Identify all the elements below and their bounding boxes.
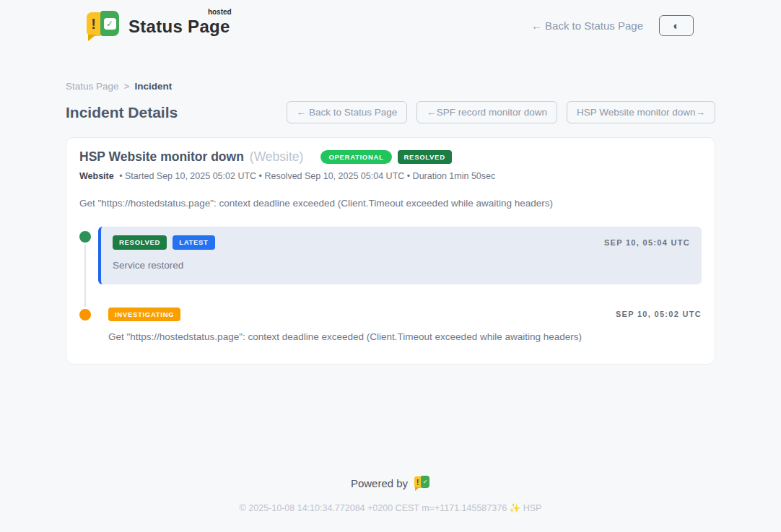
timeline-entry-plain: INVESTIGATING SEP 10, 05:02 UTC Get "htt… [98, 306, 702, 343]
logo-bubble-tail [415, 487, 419, 491]
breadcrumb-separator: > [124, 81, 130, 92]
timeline-entry-badges: INVESTIGATING [108, 308, 180, 322]
timeline-timestamp: SEP 10, 05:04 UTC [604, 238, 690, 247]
exclamation-icon: ! [414, 476, 421, 488]
incident-card: HSP Website monitor down (Website) OPERA… [66, 137, 715, 365]
exclamation-icon: ! [87, 12, 100, 36]
back-to-status-page-button[interactable]: ← Back to Status Page [287, 101, 408, 123]
meta-timing-info: • Started Sep 10, 2025 05:02 UTC • Resol… [119, 171, 495, 181]
header-actions: ← Back to Status Page ◐ [531, 15, 694, 36]
incident-nav-buttons: ← Back to Status Page ←SPF record monito… [287, 101, 715, 123]
incident-meta: Website • Started Sep 10, 2025 05:02 UTC… [79, 171, 702, 181]
latest-badge: LATEST [173, 235, 214, 250]
resolved-badge: RESOLVED [113, 235, 167, 250]
page-title: Incident Details [66, 104, 178, 121]
incident-timeline: RESOLVED LATEST SEP 10, 05:04 UTC Servic… [79, 227, 702, 342]
powered-by-label: Powered by [351, 477, 408, 489]
checkmark-icon: ✓ [421, 476, 429, 488]
timeline-entry-resolved: RESOLVED LATEST SEP 10, 05:04 UTC Servic… [79, 227, 702, 284]
brand-superscript: hosted [208, 8, 232, 16]
timeline-message: Service restored [113, 260, 690, 271]
theme-toggle-button[interactable]: ◐ [659, 15, 694, 36]
logo-green-panel: ✓ [100, 11, 119, 36]
copyright-text: © 2025-10-08 14:10:34.772084 +0200 CEST … [0, 502, 781, 513]
incident-title: HSP Website monitor down [79, 149, 244, 165]
title-row: Incident Details ← Back to Status Page ←… [66, 101, 715, 123]
timeline-dot-orange [79, 309, 91, 320]
checkmark-icon: ✓ [104, 18, 116, 30]
brand-name: Status Page [128, 17, 230, 36]
header: ! ✓ Status Page hosted ← Back to Status … [0, 0, 781, 47]
incident-description: Get "https://hostedstatus.page": context… [79, 198, 702, 209]
breadcrumb-current: Incident [134, 81, 172, 92]
next-incident-button[interactable]: HSP Website monitor down→ [567, 101, 715, 123]
timeline-timestamp: SEP 10, 05:02 UTC [616, 310, 702, 318]
half-circle-icon: ◐ [673, 20, 679, 31]
timeline-entry-investigating: INVESTIGATING SEP 10, 05:02 UTC Get "htt… [79, 306, 702, 343]
incident-component: (Website) [250, 149, 304, 165]
back-to-status-page-link[interactable]: ← Back to Status Page [531, 19, 643, 32]
timeline-dot-green [79, 231, 91, 243]
timeline-message: Get "https://hostedstatus.page": context… [108, 331, 702, 342]
timeline-entry-box: RESOLVED LATEST SEP 10, 05:04 UTC Servic… [98, 227, 702, 284]
breadcrumb-root[interactable]: Status Page [66, 81, 119, 92]
resolved-status-badge: RESOLVED [398, 150, 452, 165]
logo-bubble-tail [88, 35, 96, 41]
footer: Powered by ! ✓ © 2025-10-08 14:10:34.772… [0, 476, 781, 532]
timeline-entry-head: INVESTIGATING SEP 10, 05:02 UTC [108, 308, 702, 322]
timeline-entry-badges: RESOLVED LATEST [113, 235, 215, 250]
status-page-logo-icon: ! ✓ [87, 11, 120, 40]
incident-title-row: HSP Website monitor down (Website) OPERA… [79, 149, 702, 165]
meta-component-name: Website [79, 171, 114, 181]
main-content: Status Page > Incident Incident Details … [66, 81, 715, 365]
status-page-mini-logo-icon: ! ✓ [414, 476, 430, 490]
timeline-entry-head: RESOLVED LATEST SEP 10, 05:04 UTC [113, 235, 690, 250]
breadcrumb: Status Page > Incident [66, 81, 715, 92]
operational-status-badge: OPERATIONAL [320, 150, 391, 165]
brand-text: Status Page hosted [128, 11, 230, 37]
powered-by[interactable]: Powered by ! ✓ [351, 476, 430, 490]
prev-incident-button[interactable]: ←SPF record monitor down [416, 101, 557, 123]
investigating-badge: INVESTIGATING [108, 308, 180, 322]
brand-logo[interactable]: ! ✓ Status Page hosted [87, 11, 230, 40]
